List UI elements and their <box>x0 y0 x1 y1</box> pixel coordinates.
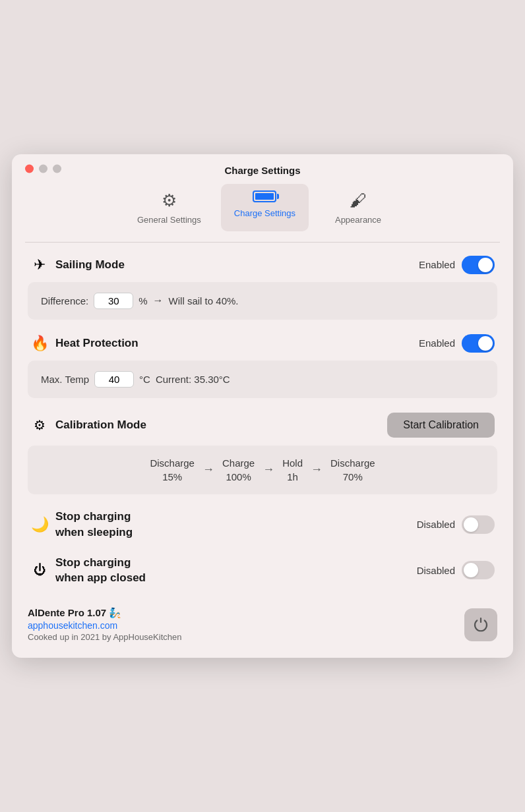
spacer <box>28 548 497 555</box>
heat-icon: 🔥 <box>30 335 49 352</box>
toggle-knob-heat <box>478 336 493 351</box>
heat-protection-right: Enabled <box>419 334 495 353</box>
toggle-knob-sleep <box>464 517 478 532</box>
sailing-mode-left: ✈ Sailing Mode <box>30 256 125 274</box>
footer-copyright: Cooked up in 2021 by AppHouseKitchen <box>28 632 181 642</box>
toggle-knob <box>478 258 493 272</box>
maximize-button[interactable] <box>53 165 61 173</box>
stop-charging-closed-row: ⏻ Stop chargingwhen app closed Disabled <box>28 555 497 587</box>
current-temp-text: Current: 35.30°C <box>156 374 230 385</box>
flow-arrow-3: → <box>311 463 323 477</box>
stop-closed-status: Disabled <box>417 565 455 576</box>
app-name: AlDente Pro 1.07 🧞 <box>28 607 181 619</box>
flow-arrow-1: → <box>202 463 214 477</box>
calibration-mode-left: ⚙ Calibration Mode <box>30 417 146 433</box>
calibration-icon: ⚙ <box>30 417 49 433</box>
heat-protection-info-box: Max. Temp °C Current: 35.30°C <box>28 361 497 398</box>
stop-charging-sleeping-row: 🌙 Stop chargingwhen sleeping Disabled <box>28 509 497 540</box>
stop-sleeping-right: Disabled <box>417 515 495 534</box>
heat-protection-toggle[interactable] <box>462 334 495 353</box>
stop-sleeping-toggle[interactable] <box>462 515 495 534</box>
max-temp-input[interactable] <box>94 371 134 388</box>
window-title: Charge Settings <box>224 165 300 176</box>
flow-step-charge: Charge 100% <box>222 456 255 484</box>
main-window: Charge Settings ⚙ General Settings Charg… <box>12 154 513 658</box>
tab-general-label: General Settings <box>137 215 201 225</box>
sailing-icon: ✈ <box>30 256 49 274</box>
stop-sleeping-status: Disabled <box>417 519 455 530</box>
stop-closed-title: Stop chargingwhen app closed <box>55 555 146 587</box>
max-temp-label: Max. Temp <box>41 374 89 385</box>
heat-protection-status: Enabled <box>419 337 455 349</box>
tab-bar: ⚙ General Settings Charge Settings 🖌 App… <box>12 184 513 242</box>
stop-closed-left: ⏻ Stop chargingwhen app closed <box>30 555 146 587</box>
degree-label: °C <box>139 374 150 385</box>
stop-sleeping-title: Stop chargingwhen sleeping <box>55 509 133 540</box>
stop-closed-right: Disabled <box>417 561 495 579</box>
difference-label: Difference: <box>41 295 88 306</box>
battery-icon <box>253 190 276 204</box>
window-controls <box>25 165 61 173</box>
percent-label: % <box>139 295 147 306</box>
tab-charge-settings[interactable]: Charge Settings <box>221 184 309 231</box>
content-area: ✈ Sailing Mode Enabled Difference: % → W… <box>12 256 513 586</box>
moon-icon: 🌙 <box>30 516 49 533</box>
heat-protection-title: Heat Protection <box>55 337 139 350</box>
footer-left: AlDente Pro 1.07 🧞 apphousekitchen.com C… <box>28 607 181 642</box>
close-button[interactable] <box>25 165 34 173</box>
start-calibration-button[interactable]: Start Calibration <box>387 413 495 438</box>
sailing-mode-toggle[interactable] <box>462 256 495 274</box>
calibration-mode-title: Calibration Mode <box>55 419 146 432</box>
power-icon <box>473 617 489 633</box>
flow-step-hold: Hold 1h <box>282 456 303 484</box>
footer: AlDente Pro 1.07 🧞 apphousekitchen.com C… <box>12 594 513 642</box>
heat-protection-row: 🔥 Heat Protection Enabled <box>28 334 497 353</box>
calibration-flow-box: Discharge 15% → Charge 100% → Hold 1h → … <box>28 446 497 494</box>
sailing-mode-right: Enabled <box>419 256 495 274</box>
flow-step-discharge2: Discharge 70% <box>330 456 375 484</box>
sailing-mode-status: Enabled <box>419 259 455 270</box>
tab-charge-label: Charge Settings <box>234 208 295 218</box>
heat-protection-left: 🔥 Heat Protection <box>30 335 139 352</box>
calibration-mode-row: ⚙ Calibration Mode Start Calibration <box>28 413 497 438</box>
tab-general-settings[interactable]: ⚙ General Settings <box>124 184 214 231</box>
tab-divider <box>25 242 500 243</box>
sailing-mode-row: ✈ Sailing Mode Enabled <box>28 256 497 274</box>
sailing-arrow: → <box>153 295 164 306</box>
flow-arrow-2: → <box>262 463 274 477</box>
tab-appearance-label: Appearance <box>335 215 381 225</box>
minimize-button[interactable] <box>39 165 47 173</box>
power-button[interactable] <box>464 608 497 641</box>
app-website-link[interactable]: apphousekitchen.com <box>28 620 181 631</box>
will-sail-text: Will sail to 40%. <box>169 295 239 306</box>
pen-icon: 🖌 <box>350 190 367 211</box>
tab-appearance[interactable]: 🖌 Appearance <box>315 184 401 231</box>
titlebar: Charge Settings <box>12 154 513 184</box>
power-small-icon: ⏻ <box>30 563 49 577</box>
difference-input[interactable] <box>94 293 133 309</box>
stop-closed-toggle[interactable] <box>462 561 495 579</box>
toggle-knob-closed <box>464 563 478 577</box>
sailing-mode-title: Sailing Mode <box>55 258 125 272</box>
sailing-mode-info-box: Difference: % → Will sail to 40%. <box>28 282 497 320</box>
flow-step-discharge1: Discharge 15% <box>150 456 195 484</box>
gear-icon: ⚙ <box>162 190 177 211</box>
stop-sleeping-left: 🌙 Stop chargingwhen sleeping <box>30 509 133 540</box>
